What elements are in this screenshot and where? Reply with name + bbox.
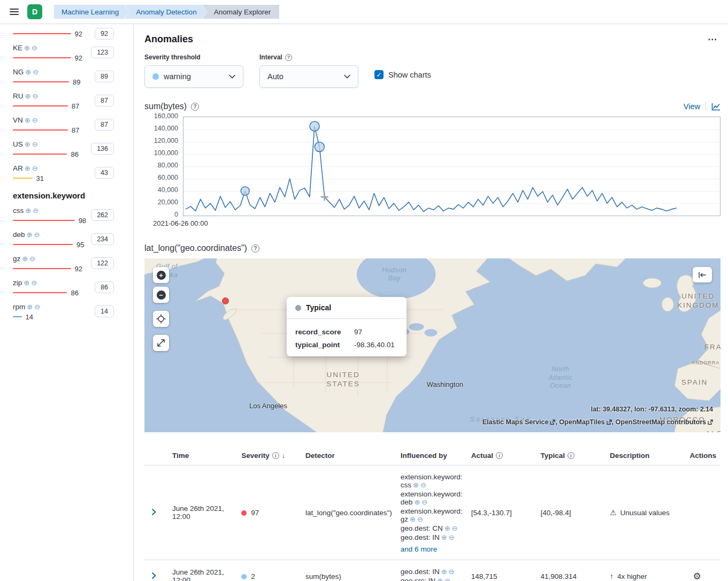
question-in-circle-icon[interactable]: ? (191, 103, 199, 111)
filter-out-icon[interactable]: ⊖ (445, 577, 450, 581)
column-header-severity[interactable]: Severityi↓ (237, 446, 301, 465)
filter-out-icon[interactable]: ⊖ (32, 117, 38, 124)
typical-cell: 41,908.314 (536, 560, 606, 581)
filter-for-icon[interactable]: ⊕ (410, 515, 416, 523)
influencer-max-score: 87 (72, 102, 79, 110)
column-header-detector[interactable]: Detector (301, 446, 396, 465)
anomalies-panel: Anomalies ⋯ Severity threshold warning I… (134, 24, 728, 581)
actions-gear-button[interactable]: ⚙ (689, 570, 704, 581)
anomaly-map[interactable]: Gulf of AlaskaHudson BayUNITED STATESLos… (144, 258, 721, 432)
arrow-to-line-icon (698, 272, 707, 278)
breadcrumb-machine-learning[interactable]: Machine Learning (54, 5, 129, 19)
influencer-entry: geo.dest: IN⊕⊖ (401, 533, 463, 541)
actual-cell: [54.3,-130.7] (467, 465, 537, 560)
question-in-circle-icon[interactable]: ? (285, 54, 292, 61)
actions-cell (685, 465, 721, 560)
question-in-circle-icon[interactable]: ? (251, 244, 259, 253)
filter-for-icon[interactable]: ⊕ (25, 68, 31, 75)
detector-cell: lat_long("geo.coordinates") (301, 465, 396, 560)
show-charts-checkbox[interactable]: ✓ (374, 70, 384, 79)
filter-out-icon[interactable]: ⊖ (32, 165, 38, 172)
filter-for-icon[interactable]: ⊕ (413, 481, 419, 489)
influencer-score-bar (13, 33, 71, 35)
filter-out-icon[interactable]: ⊖ (417, 515, 423, 523)
and-more-link[interactable]: and 6 more (401, 545, 437, 553)
space-avatar[interactable]: D (27, 4, 42, 19)
filter-for-icon[interactable]: ⊕ (25, 93, 31, 100)
filter-for-icon[interactable]: ⊕ (27, 303, 33, 310)
filter-out-icon[interactable]: ⊖ (32, 44, 37, 51)
influencer-max-score: 92 (75, 54, 82, 62)
filter-out-icon[interactable]: ⊖ (452, 524, 458, 532)
filter-out-icon[interactable]: ⊖ (29, 255, 35, 262)
influencer-count-badge: 234 (91, 233, 114, 245)
column-header-time[interactable]: Time (168, 446, 237, 465)
influencer-item: deb⊕⊖95234 (13, 231, 114, 248)
zoom-out-button[interactable]: − (153, 287, 169, 303)
influencer-item: zip⊕⊖8686 (13, 279, 114, 296)
filter-for-icon[interactable]: ⊕ (25, 207, 31, 214)
y-axis-tick-label: 60,000 (158, 174, 178, 181)
filter-for-icon[interactable]: ⊕ (25, 165, 30, 172)
filter-for-icon[interactable]: ⊕ (445, 524, 450, 532)
show-charts-label[interactable]: Show charts (388, 71, 431, 79)
full-screen-button[interactable] (153, 335, 169, 351)
filter-for-icon[interactable]: ⊕ (24, 279, 29, 286)
attribution-link-openstreetmap[interactable]: OpenStreetMap contributors (616, 418, 713, 426)
attribution-link-openmaptiles[interactable]: OpenMapTiles (559, 418, 615, 426)
breadcrumb: Machine Learning Anomaly Detection Anoma… (54, 5, 279, 19)
page-title: Anomalies (144, 34, 193, 45)
filter-for-icon[interactable]: ⊕ (441, 568, 447, 576)
filter-out-icon[interactable]: ⊖ (32, 93, 38, 100)
line-chart-icon[interactable] (711, 103, 721, 111)
map-legend-toggle[interactable] (693, 267, 712, 282)
filter-for-icon[interactable]: ⊕ (22, 255, 28, 262)
sort-descending-icon[interactable]: ↓ (282, 452, 286, 460)
severity-threshold-select[interactable]: warning (144, 65, 243, 88)
influencer-label: rpm (13, 303, 25, 311)
column-header-actual[interactable]: Actuali (467, 446, 537, 465)
interval-select[interactable]: Auto (259, 65, 358, 88)
panel-options-icon[interactable]: ⋯ (704, 33, 721, 46)
filter-for-icon[interactable]: ⊕ (414, 498, 420, 506)
expand-row-button[interactable] (149, 570, 159, 581)
filter-out-icon[interactable]: ⊖ (34, 303, 40, 310)
anomaly-marker[interactable] (241, 187, 249, 195)
filter-out-icon[interactable]: ⊖ (32, 141, 38, 148)
filter-for-icon[interactable]: ⊕ (24, 44, 30, 51)
tooltip-title: Typical (306, 303, 331, 312)
filter-out-icon[interactable]: ⊖ (34, 231, 40, 238)
filter-out-icon[interactable]: ⊖ (449, 533, 455, 541)
zoom-in-button[interactable]: + (153, 267, 169, 283)
influencer-count-badge: 86 (95, 281, 114, 293)
set-view-button[interactable] (153, 311, 169, 327)
filter-for-icon[interactable]: ⊕ (25, 117, 30, 124)
filter-out-icon[interactable]: ⊖ (422, 498, 427, 506)
filter-for-icon[interactable]: ⊕ (25, 141, 30, 148)
menu-icon[interactable] (9, 6, 20, 17)
filter-out-icon[interactable]: ⊖ (33, 207, 39, 214)
filter-out-icon[interactable]: ⊖ (31, 279, 37, 286)
column-header-description[interactable]: Description (606, 446, 685, 465)
filter-for-icon[interactable]: ⊕ (27, 231, 33, 238)
info-in-circle-icon[interactable]: i (568, 452, 574, 459)
interval-label: Interval (259, 53, 282, 61)
expand-row-button[interactable] (149, 507, 159, 519)
info-in-circle-icon[interactable]: i (272, 452, 279, 459)
view-link[interactable]: View (684, 102, 700, 111)
attribution-link-elastic-maps[interactable]: Elastic Maps Service (482, 418, 560, 426)
anomaly-marker[interactable] (310, 121, 319, 131)
filter-out-icon[interactable]: ⊖ (449, 568, 455, 576)
filter-out-icon[interactable]: ⊖ (33, 68, 39, 75)
column-header-typical[interactable]: Typicali (536, 446, 606, 465)
anomaly-marker[interactable] (315, 142, 324, 152)
influencer-entry: geo.dest: CN⊕⊖ (401, 524, 463, 532)
info-in-circle-icon[interactable]: i (496, 452, 503, 459)
filter-out-icon[interactable]: ⊖ (420, 481, 426, 489)
column-header-influenced-by[interactable]: Influenced by (396, 446, 467, 465)
breadcrumb-anomaly-detection[interactable]: Anomaly Detection (124, 5, 207, 19)
filter-for-icon[interactable]: ⊕ (437, 577, 443, 581)
anomaly-chart-plot[interactable] (183, 117, 721, 216)
filter-for-icon[interactable]: ⊕ (441, 533, 447, 541)
column-header-actions: Actions (685, 446, 721, 465)
